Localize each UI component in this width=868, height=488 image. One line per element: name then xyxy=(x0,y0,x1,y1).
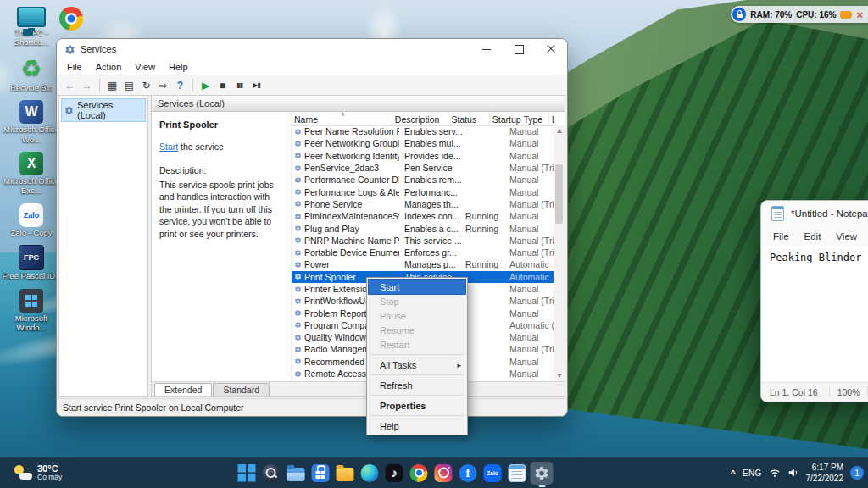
wifi-icon[interactable] xyxy=(769,467,781,479)
minimize-button[interactable] xyxy=(470,39,503,59)
notepad-icon[interactable] xyxy=(506,462,529,485)
menu-help[interactable]: Help xyxy=(162,61,195,73)
file-explorer-icon[interactable] xyxy=(285,462,308,485)
desktop-icon-fpc[interactable]: FPCFree Pascal IDE xyxy=(2,245,61,280)
scroll-down-icon[interactable] xyxy=(557,374,562,378)
notepad-menu-edit[interactable]: Edit xyxy=(798,230,828,243)
table-row[interactable]: Performance Counter DLL ...Enables rem..… xyxy=(292,174,554,186)
context-menu-item-all-tasks[interactable]: All Tasks▸ xyxy=(369,358,465,372)
context-menu-item-resume[interactable]: Resume xyxy=(369,323,465,337)
zalo-icon[interactable] xyxy=(481,462,504,485)
notepad-text-area[interactable]: Peaking Blinder xyxy=(761,247,868,383)
table-row[interactable]: PenService_2dac3Pen ServiceManual (Trig.… xyxy=(292,162,554,174)
menu-file[interactable]: File xyxy=(60,61,89,73)
clock[interactable]: 6:17 PM 7/22/2022 xyxy=(806,462,844,484)
recycle-icon: ♻ xyxy=(17,55,46,82)
service-status: Running xyxy=(463,222,507,234)
service-description: Enables a c... xyxy=(402,222,463,234)
overlay-close-icon[interactable]: × xyxy=(856,9,863,20)
menu-action[interactable]: Action xyxy=(89,61,129,73)
table-row[interactable]: PimIndexMaintenanceSvc_...Indexes con...… xyxy=(292,210,554,222)
table-row[interactable]: Performance Logs & AlertsPerformanc...Ma… xyxy=(292,186,554,197)
gear-icon xyxy=(294,213,302,220)
desktop-icon-excel[interactable]: XMicrosoft Office Exc... xyxy=(2,152,61,196)
context-menu-item-pause[interactable]: Pause xyxy=(369,308,465,323)
table-row[interactable]: PowerManages p...RunningAutomaticLoc... xyxy=(292,258,554,270)
pause-service-icon[interactable]: ▮▮ xyxy=(231,77,248,93)
service-startup-type: Manual xyxy=(507,125,554,137)
column-header-log[interactable]: Log xyxy=(549,112,554,125)
notepad-menu-file[interactable]: File xyxy=(766,230,796,243)
context-menu-item-properties[interactable]: Properties xyxy=(369,398,465,413)
back-icon[interactable]: ← xyxy=(62,77,78,93)
tree-item-services-local[interactable]: Services (Local) xyxy=(61,98,146,122)
column-header-startup-type[interactable]: Startup Type xyxy=(490,112,549,125)
services-window: Services FileActionViewHelp ←→▦▤↻⇨?▶■▮▮▶… xyxy=(56,38,568,417)
start-button[interactable] xyxy=(236,462,259,485)
gear-icon xyxy=(294,346,302,353)
maximize-button[interactable] xyxy=(503,39,535,59)
table-row[interactable]: PNRP Machine Name Publi...This service .… xyxy=(292,235,554,247)
widgets-weather-button[interactable]: 30°C Có mây xyxy=(8,458,67,488)
table-row[interactable]: Peer Networking Identity M...Provides id… xyxy=(292,150,554,162)
start-service-link[interactable]: Start xyxy=(159,141,178,152)
context-menu-item-start[interactable]: Start xyxy=(369,280,465,294)
microsoft-store-icon[interactable] xyxy=(309,462,332,485)
context-menu-item-refresh[interactable]: Refresh xyxy=(369,378,465,392)
column-header-description[interactable]: Description xyxy=(392,112,449,125)
service-gear-icon xyxy=(294,261,304,269)
context-menu-item-help[interactable]: Help xyxy=(369,419,465,433)
notification-badge[interactable]: 1 xyxy=(850,466,864,480)
services-icon[interactable] xyxy=(531,462,554,485)
properties-icon[interactable]: ▤ xyxy=(121,77,137,93)
desktop-icon-zalo[interactable]: ZaloZalo - Copy xyxy=(2,203,61,237)
zoom-level[interactable]: 100% xyxy=(837,387,860,397)
tiktok-icon[interactable] xyxy=(383,462,406,485)
menu-view[interactable]: View xyxy=(128,61,162,73)
context-menu-item-restart[interactable]: Restart xyxy=(369,337,465,352)
tab-standard[interactable]: Standard xyxy=(213,383,270,396)
folder-icon[interactable] xyxy=(334,462,357,485)
scroll-up-icon[interactable] xyxy=(557,129,562,133)
desktop-icon-thispc[interactable]: This PC - Shortcu... xyxy=(2,5,61,47)
instagram-icon[interactable] xyxy=(432,462,455,485)
table-row[interactable]: Peer Name Resolution Prot...Enables serv… xyxy=(292,125,554,137)
export-list-icon[interactable]: ⇨ xyxy=(155,77,171,93)
chevron-up-icon[interactable]: ^ xyxy=(730,469,735,479)
service-name: Power xyxy=(304,259,330,269)
desktop-icon-mswin[interactable]: Microsoft Windo... xyxy=(2,289,61,333)
search-button[interactable] xyxy=(260,462,283,485)
refresh-icon[interactable]: ↻ xyxy=(138,77,154,93)
stop-service-icon[interactable]: ■ xyxy=(214,77,231,93)
desktop-icon-recycle[interactable]: ♻Recycle Bin xyxy=(2,55,61,92)
column-header-status[interactable]: Status xyxy=(448,112,489,125)
lock-icon[interactable] xyxy=(732,8,746,21)
chrome-desktop-icon[interactable] xyxy=(59,7,83,30)
vertical-scrollbar[interactable] xyxy=(554,125,565,381)
service-status xyxy=(463,307,507,319)
show-console-tree-icon[interactable]: ▦ xyxy=(104,77,120,93)
context-menu-item-stop[interactable]: Stop xyxy=(369,294,465,308)
gamepad-icon[interactable] xyxy=(840,11,852,19)
chrome-icon[interactable] xyxy=(408,462,431,485)
help-icon[interactable]: ? xyxy=(172,77,188,93)
notepad-menu-view[interactable]: View xyxy=(829,230,864,243)
start-service-icon[interactable]: ▶ xyxy=(198,77,214,93)
table-row[interactable]: Portable Device Enumerator...Enforces gr… xyxy=(292,247,554,258)
services-titlebar[interactable]: Services xyxy=(57,39,567,59)
desktop-icon-word[interactable]: WMicrosoft Office Wo... xyxy=(2,100,61,144)
table-row[interactable]: Phone ServiceManages th...Manual (Trig..… xyxy=(292,198,554,210)
close-button[interactable] xyxy=(535,39,567,59)
service-startup-type: Manual xyxy=(507,210,554,222)
forward-icon[interactable]: → xyxy=(79,77,95,93)
table-row[interactable]: Plug and PlayEnables a c...RunningManual… xyxy=(292,222,554,234)
scrollbar-thumb[interactable] xyxy=(555,164,563,224)
speaker-icon[interactable] xyxy=(787,467,799,479)
tab-extended[interactable]: Extended xyxy=(154,383,212,396)
notepad-titlebar[interactable]: *Untitled - Notepad xyxy=(761,201,868,226)
restart-service-icon[interactable]: ▶▮ xyxy=(248,77,264,93)
facebook-icon[interactable] xyxy=(457,462,480,485)
table-row[interactable]: Peer Networking GroupingEnables mul...Ma… xyxy=(292,137,554,149)
language-indicator[interactable]: ENG xyxy=(743,469,762,478)
edge-icon[interactable] xyxy=(359,462,381,485)
